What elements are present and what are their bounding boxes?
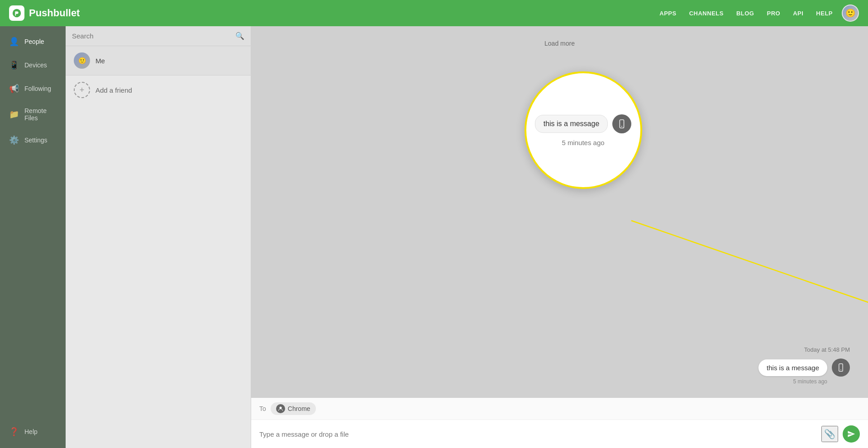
zoom-message-row: this is a message — [535, 114, 632, 133]
sidebar-item-following[interactable]: 📢 Following — [2, 77, 64, 100]
logo-icon — [9, 5, 24, 21]
sidebar-label-following: Following — [24, 85, 51, 92]
zoom-device-icon — [612, 114, 631, 133]
sidebar-label-people: People — [24, 38, 44, 45]
sidebar-label-settings: Settings — [24, 137, 48, 144]
avatar[interactable]: 🙂 — [842, 5, 859, 22]
add-friend-item[interactable]: + Add a friend — [66, 75, 251, 104]
topnav: Pushbullet APPS CHANNELS BLOG PRO API HE… — [0, 0, 868, 26]
sidebar-item-remote-files[interactable]: 📁 Remote Files — [2, 101, 64, 128]
people-panel: 🔍 🙂 Me + Add a friend — [66, 26, 251, 448]
remote-files-icon: 📁 — [9, 109, 19, 119]
main-area: 👤 People 📱 Devices 📢 Following 📁 Remote … — [0, 26, 868, 448]
svg-point-6 — [840, 369, 841, 370]
sidebar-bottom: ❓ Help — [0, 420, 66, 448]
me-avatar: 🙂 — [74, 52, 90, 69]
load-more-button[interactable]: Load more — [269, 35, 850, 52]
sidebar: 👤 People 📱 Devices 📢 Following 📁 Remote … — [0, 26, 66, 448]
sidebar-label-help: Help — [24, 428, 38, 435]
compose-to-badge[interactable]: Chrome — [271, 402, 316, 415]
devices-icon: 📱 — [9, 60, 19, 70]
search-bar: 🔍 — [66, 26, 251, 46]
contact-me[interactable]: 🙂 Me — [66, 46, 251, 75]
sidebar-label-remote-files: Remote Files — [24, 107, 57, 122]
sidebar-item-help[interactable]: ❓ Help — [2, 420, 64, 443]
nav-apps[interactable]: APPS — [659, 10, 676, 17]
help-icon: ❓ — [9, 427, 19, 437]
zoom-time-label: 5 minutes ago — [562, 139, 604, 146]
svg-point-7 — [279, 407, 281, 409]
message-time: 5 minutes ago — [793, 378, 827, 385]
message-row: this is a message — [758, 358, 850, 377]
sidebar-item-people[interactable]: 👤 People — [2, 30, 64, 53]
message-bubble: this is a message — [758, 359, 827, 376]
device-icon-circle — [832, 358, 850, 377]
timestamp-label: Today at 5:48 PM — [804, 346, 850, 353]
add-circle-icon: + — [74, 82, 90, 98]
compose-to-label: To — [259, 405, 266, 412]
search-input[interactable] — [72, 32, 232, 40]
logo-text: Pushbullet — [29, 7, 80, 19]
zoom-callout: this is a message 5 minutes ago — [525, 71, 642, 189]
zoom-message-bubble: this is a message — [535, 115, 608, 133]
compose-device-label: Chrome — [288, 405, 310, 412]
compose-to-bar: To Chrome — [251, 398, 868, 420]
chat-messages: Load more this is a message 5 minutes ag… — [251, 26, 868, 397]
me-name: Me — [95, 57, 105, 65]
attach-button[interactable]: 📎 — [821, 426, 838, 442]
me-avatar-image: 🙂 — [74, 52, 90, 69]
compose-device-icon — [276, 404, 285, 413]
nav-help[interactable]: HELP — [816, 10, 833, 17]
nav-channels[interactable]: CHANNELS — [689, 10, 724, 17]
sidebar-item-devices[interactable]: 📱 Devices — [2, 54, 64, 76]
avatar-image: 🙂 — [843, 5, 858, 21]
compose-area: To Chrome 📎 — [251, 397, 868, 448]
compose-input[interactable] — [259, 430, 817, 438]
nav-pro[interactable]: PRO — [767, 10, 780, 17]
nav-api[interactable]: API — [793, 10, 803, 17]
settings-icon: ⚙️ — [9, 135, 19, 145]
following-icon: 📢 — [9, 84, 19, 94]
add-friend-label: Add a friend — [95, 86, 132, 94]
svg-line-3 — [631, 221, 868, 307]
sidebar-item-settings[interactable]: ⚙️ Settings — [2, 129, 64, 151]
chat-area: Load more this is a message 5 minutes ag… — [251, 26, 868, 448]
topnav-links: APPS CHANNELS BLOG PRO API HELP — [659, 10, 833, 17]
send-button[interactable] — [843, 425, 860, 443]
nav-blog[interactable]: BLOG — [736, 10, 754, 17]
search-icon: 🔍 — [235, 32, 244, 40]
logo[interactable]: Pushbullet — [9, 5, 80, 21]
message-group: Today at 5:48 PM this is a message 5 min… — [269, 346, 850, 388]
people-icon: 👤 — [9, 37, 19, 47]
compose-input-row: 📎 — [251, 420, 868, 448]
sidebar-label-devices: Devices — [24, 61, 47, 69]
